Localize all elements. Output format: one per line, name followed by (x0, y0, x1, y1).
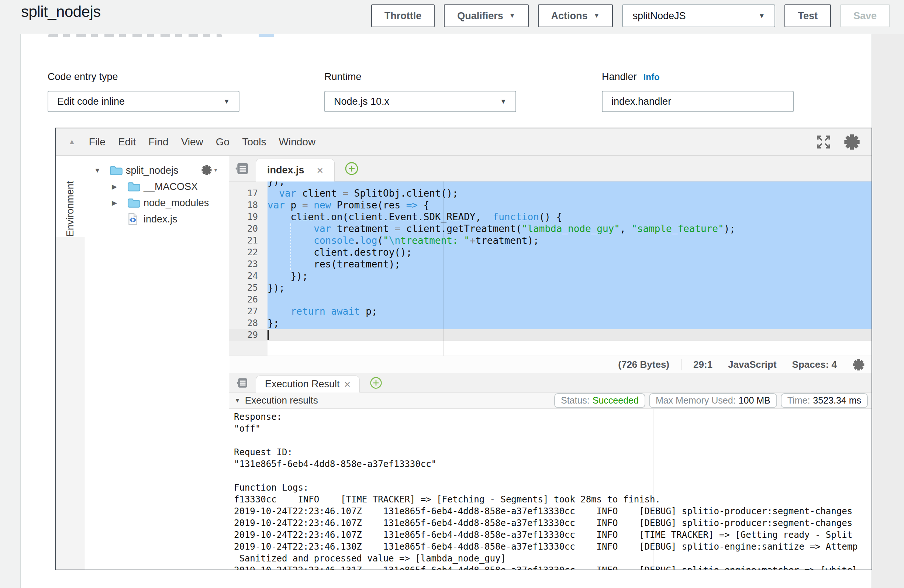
code-text: }; (267, 317, 279, 329)
line-number[interactable]: 27 (229, 305, 267, 317)
line-number[interactable]: 20 (229, 223, 267, 235)
menu-edit[interactable]: Edit (118, 136, 136, 148)
editor-statusbar: (726 Bytes) 29:1 JavaScript Spaces: 4 (229, 356, 872, 373)
tab-index-js[interactable]: index.js × (256, 159, 335, 182)
menu-file[interactable]: File (89, 136, 106, 148)
function-code-panel: Code entry type Edit code inline▼ Runtim… (20, 34, 872, 588)
log-line: 2019-10-24T22:23:46.107Z 131e865f-6eb4-4… (234, 529, 872, 541)
editor-body: Environment ▼split_nodejs▾▶__MACOSX▶node… (56, 156, 872, 569)
function-header: split_nodejs Throttle Qualifiers▼ Action… (0, 0, 904, 34)
menu-find[interactable]: Find (149, 136, 168, 148)
line-number[interactable]: 17 (229, 187, 267, 199)
close-icon[interactable]: × (317, 165, 324, 176)
menu-tools[interactable]: Tools (242, 136, 266, 148)
throttle-button[interactable]: Throttle (371, 5, 435, 27)
environment-tab[interactable]: Environment (56, 156, 85, 237)
code-text: }); (267, 270, 308, 282)
line-number[interactable]: 26 (229, 294, 267, 305)
function-name-title: split_nodejs (21, 3, 101, 21)
log-line: "131e865f-6eb4-4dd8-858e-a37ef13330cc" (234, 458, 872, 470)
line-number[interactable]: 24 (229, 270, 267, 282)
open-files-stack-icon[interactable] (229, 161, 256, 176)
tab-execution-result[interactable]: Execution Result × (256, 376, 360, 392)
log-print-margin-line (653, 409, 654, 569)
editor-menubar: ▲ FileEditFindViewGoToolsWindow (56, 128, 872, 156)
fullscreen-icon[interactable] (815, 134, 832, 150)
tree-item-node-modules[interactable]: ▶node_modules (85, 195, 229, 211)
environment-strip: Environment (56, 156, 85, 569)
code-entry-type-select[interactable]: Edit code inline▼ (47, 91, 239, 112)
editor-settings-gear-icon[interactable] (844, 134, 860, 150)
environment-label: Environment (65, 164, 76, 237)
tree-item-split-nodejs[interactable]: ▼split_nodejs▾ (85, 162, 229, 179)
line-number[interactable]: 21 (229, 235, 267, 247)
clipped-link-sliver (259, 34, 274, 37)
code-line-18: 18var p = new Promise(res => { (229, 199, 872, 211)
new-tab-plus-icon[interactable] (369, 376, 382, 390)
log-line: 2019-10-24T22:23:46.107Z 131e865f-6eb4-4… (234, 505, 872, 517)
triangle-right-icon[interactable]: ▶ (112, 199, 127, 207)
code-line-23: 23 res(treatment); (229, 258, 872, 270)
header-actions: Throttle Qualifiers▼ Actions▼ splitNodeJ… (371, 5, 890, 27)
menu-window[interactable]: Window (279, 136, 316, 148)
cursor-position-status[interactable]: 29:1 (693, 359, 713, 370)
code-text: client.on(client.Event.SDK_READY, functi… (267, 211, 562, 223)
editor-main-pane: index.js × });17 var (229, 156, 872, 569)
actions-button[interactable]: Actions▼ (538, 5, 613, 27)
line-number[interactable]: 23 (229, 258, 267, 270)
handler-input[interactable] (602, 91, 794, 112)
file-size-status: (726 Bytes) (618, 359, 669, 370)
js-file-icon (127, 213, 144, 225)
qualifiers-button[interactable]: Qualifiers▼ (444, 5, 528, 27)
tree-item--macosx[interactable]: ▶__MACOSX (85, 179, 229, 195)
indentation-status[interactable]: Spaces: 4 (792, 359, 837, 370)
statusbar-gear-icon[interactable] (852, 359, 865, 371)
open-files-stack-icon[interactable] (229, 377, 256, 389)
line-number[interactable]: 19 (229, 211, 267, 223)
chevron-down-icon: ▼ (594, 12, 600, 19)
test-button[interactable]: Test (784, 5, 831, 27)
triangle-down-icon: ▼ (234, 397, 240, 404)
line-number[interactable] (229, 182, 267, 187)
chevron-down-icon: ▼ (759, 12, 765, 20)
code-editor-area[interactable]: });17 var client = SplitObj.client();18v… (229, 182, 872, 356)
code-text: res(treatment); (267, 258, 400, 270)
code-line-17: 17 var client = SplitObj.client(); (229, 187, 872, 199)
file-tree: ▼split_nodejs▾▶__MACOSX▶node_modulesinde… (85, 156, 229, 569)
new-tab-plus-icon[interactable] (344, 161, 359, 176)
triangle-right-icon[interactable]: ▶ (112, 183, 127, 191)
menu-view[interactable]: View (181, 136, 203, 148)
execution-results-toggle[interactable]: ▼ Execution results (234, 395, 318, 406)
language-mode-status[interactable]: JavaScript (728, 359, 777, 370)
line-number[interactable]: 22 (229, 247, 267, 258)
test-event-select[interactable]: splitNodeJS▼ (622, 5, 775, 27)
tree-item-label: split_nodejs (126, 165, 179, 176)
log-line: "off" (234, 423, 872, 435)
code-line-25: 25}); (229, 282, 872, 294)
collapse-editor-icon[interactable]: ▲ (68, 138, 76, 146)
result-badges: Status:SucceededMax Memory Used:100 MBTi… (554, 393, 868, 408)
runtime-select[interactable]: Node.js 10.x▼ (324, 91, 516, 112)
handler-info-link[interactable]: Info (643, 72, 660, 82)
chevron-down-icon: ▼ (500, 98, 507, 106)
menubar-right-icons (815, 134, 860, 150)
line-number[interactable]: 18 (229, 199, 267, 211)
tree-settings-gear-icon[interactable]: ▾ (201, 164, 217, 175)
save-button[interactable]: Save (840, 5, 890, 27)
code-line-28: 28}; (229, 317, 872, 329)
page: split_nodejs Throttle Qualifiers▼ Action… (0, 0, 904, 588)
triangle-down-icon[interactable]: ▼ (94, 167, 110, 174)
tree-item-index-js[interactable]: index.js (85, 211, 229, 227)
line-number[interactable]: 29 (229, 329, 267, 341)
tree-item-label: __MACOSX (144, 181, 198, 193)
line-number[interactable]: 25 (229, 282, 267, 294)
handler-field: Handler Info (602, 71, 794, 112)
line-number[interactable]: 28 (229, 317, 267, 329)
code-entry-type-label: Code entry type (47, 71, 239, 83)
menu-go[interactable]: Go (216, 136, 229, 148)
log-line: 2019-10-24T22:23:46.130Z 131e865f-6eb4-4… (234, 541, 872, 553)
log-line: Request ID: (234, 446, 872, 458)
close-icon[interactable]: × (344, 379, 351, 390)
folder-icon (127, 198, 144, 209)
log-line (234, 470, 872, 482)
